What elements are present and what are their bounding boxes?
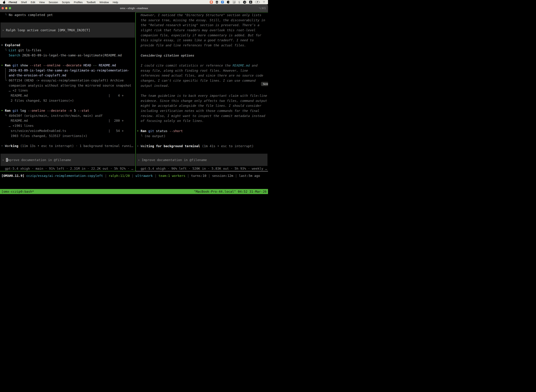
prompt-icon: ›	[2, 28, 6, 32]
terminal-line: README.md | 4 +	[1, 93, 135, 98]
text-segment: the source tree, missing the essay. Stil…	[137, 18, 265, 22]
crescent-circle-icon[interactable]	[227, 1, 230, 4]
blank-line	[1, 138, 135, 144]
blank-line	[137, 88, 268, 93]
terminal-line: review. Also, I might want to inspect th…	[137, 113, 268, 119]
left-pane[interactable]: └ No agents completed yet › Ralph loop a…	[0, 12, 135, 171]
menu-item-iterm2[interactable]: iTerm2	[7, 1, 19, 4]
text-segment: README.md	[233, 64, 250, 67]
apple-menu-icon[interactable]	[3, 1, 6, 4]
terminal-line: Search 2026-03-09-is-legal-the-same-as-l…	[1, 53, 135, 58]
terminal-line: • Ran git log --oneline --decorate -n 5 …	[1, 108, 135, 113]
menu-item-window[interactable]: Window	[98, 1, 111, 4]
left-input-box[interactable]: › Improve documentation in @filename	[0, 154, 135, 166]
menu-item-profiles[interactable]: Profiles	[72, 1, 85, 4]
text-segment: |	[206, 174, 212, 177]
text-segment: Search	[9, 53, 20, 57]
text-segment: I could cite commit statistics or refere…	[137, 64, 233, 67]
text-segment: essay file, along with finding root file…	[137, 69, 248, 72]
text-segment	[10, 109, 13, 112]
menu-item-toolbelt[interactable]: Toolbelt	[85, 1, 98, 4]
terminal-line: and-the-erosion-of-copyleft.md	[1, 73, 135, 78]
chat-bubble-icon[interactable]	[210, 1, 213, 4]
text-segment: └	[1, 13, 9, 17]
blank-line	[137, 123, 268, 129]
text-segment: cczip/essay/ai-reimplementation-copyleft	[26, 174, 103, 177]
text-segment: and	[250, 64, 258, 67]
terminal-line: evidence. Since this change only affects…	[137, 98, 268, 103]
terminal-line: this single essay, it seems like a good …	[137, 38, 268, 43]
dots-grid-icon[interactable]	[233, 1, 235, 4]
text-segment: Considering citation options	[137, 54, 194, 57]
blue-lightning-icon[interactable]	[221, 1, 224, 4]
terminal-line: • Ran git status --short	[137, 129, 268, 134]
text-segment: log	[18, 109, 28, 112]
blank-line	[1, 18, 135, 23]
text-segment: ralph:11/20	[109, 174, 130, 177]
text-segment: |	[103, 174, 109, 177]
window-title: omx --xhigh --madmax	[0, 7, 268, 10]
text-segment: 4b9d30f (origin/main, instructkr/main, m…	[9, 114, 103, 117]
a-badge-icon[interactable]: A	[249, 1, 252, 4]
terminal-line: └ 067f154 (HEAD -> essay/ai-reimplementa…	[1, 78, 135, 83]
text-segment: README.md	[99, 63, 116, 67]
text-segment: 2026-03-09-is-legal-the-same-as-legitima…	[20, 53, 122, 57]
menu-status-icons: § ..61 A	[210, 0, 266, 4]
text-segment: git	[148, 129, 154, 133]
text-segment: •	[137, 144, 141, 148]
text-segment: --	[93, 63, 99, 67]
terminal-line: companion file, especially if more comme…	[137, 33, 268, 38]
injected-prompt-text: Ralph loop active continue [OMX_TMUX_INJ…	[6, 28, 90, 32]
menu-item-session[interactable]: Session	[47, 1, 60, 4]
text-segment: evidence. Since this change only affects…	[137, 99, 267, 103]
text-segment: Ran	[141, 129, 147, 133]
text-segment: |	[130, 174, 136, 177]
terminal-line: slight risk that future readers may over…	[137, 28, 268, 33]
terminal-line: The team guideline is to back every impo…	[137, 93, 268, 98]
terminal-line: might be acceptable alongside the file l…	[137, 103, 268, 108]
text-segment: 2026-03-09-is-legal-the-same-as-legitima…	[1, 69, 129, 72]
text-segment: show	[18, 63, 30, 67]
right-input-box[interactable]: › Improve documentation in @filename	[136, 154, 268, 166]
menu-item-edit[interactable]: Edit	[29, 1, 37, 4]
wifi-icon[interactable]	[262, 1, 266, 3]
terminal-line: • Working (11m 13s • esc to interrupt) ·…	[1, 144, 135, 149]
squiggle-icon[interactable]: §	[239, 0, 240, 4]
terminal-line: └ 4b9d30f (origin/main, instructkr/main,…	[1, 113, 135, 118]
menu-item-shell[interactable]: Shell	[19, 1, 29, 4]
text-segment: companion file, especially if more comme…	[137, 33, 261, 37]
input-placeholder: Improve documentation in @filename	[142, 158, 207, 162]
text-segment: [OMX#0.11.9]	[1, 174, 26, 177]
menu-item-view[interactable]: View	[37, 1, 47, 4]
text-segment: Explored	[5, 43, 20, 47]
screen: iTerm2 Shell Edit View Session Scripts P…	[0, 0, 268, 196]
text-segment: |	[153, 174, 159, 177]
menu-item-scripts[interactable]: Scripts	[60, 1, 72, 4]
text-segment: └	[1, 79, 9, 82]
menu-bar: iTerm2 Shell Edit View Session Scripts P…	[0, 0, 268, 4]
text-segment: Ran	[5, 109, 11, 112]
text-segment: (11m 13s • esc to interrupt) · 1 backgro…	[18, 144, 133, 148]
text-segment: provide file and line references from th…	[137, 43, 246, 47]
text-segment: might be acceptable alongside the file l…	[137, 104, 261, 107]
text-segment: The team guideline is to back every impo…	[137, 94, 267, 98]
tmux-session-label: [omx-cczip0:bash*	[1, 189, 34, 194]
right-pane[interactable]: However, I noticed the "Directory Struct…	[136, 12, 268, 171]
terminal-line: 2026-03-09-is-legal-the-same-as-legitima…	[1, 68, 135, 73]
terminal-line: • Explored	[1, 43, 135, 48]
shield-grid-icon[interactable]	[216, 1, 218, 4]
text-segment: |	[185, 174, 191, 177]
battery-icon[interactable]	[255, 1, 259, 3]
terminal-line: └ No agents completed yet	[1, 13, 135, 18]
text-segment: status	[154, 129, 169, 133]
text-segment: --oneline --decorate	[28, 109, 68, 112]
text-segment: --short	[169, 129, 183, 133]
battery-percent-badge-icon[interactable]: ..61	[243, 1, 246, 4]
text-segment: of focusing solely on file lines.	[137, 119, 204, 123]
cursor-block: I	[6, 158, 8, 162]
omx-status-bar: [OMX#0.11.9] cczip/essay/ai-reimplementa…	[0, 171, 268, 189]
text-segment: last:5m ago	[239, 174, 260, 177]
terminal-line: I could cite commit statistics or refere…	[137, 63, 268, 68]
menu-item-help[interactable]: Help	[111, 1, 120, 4]
text-segment: … +1901 lines	[1, 124, 34, 127]
